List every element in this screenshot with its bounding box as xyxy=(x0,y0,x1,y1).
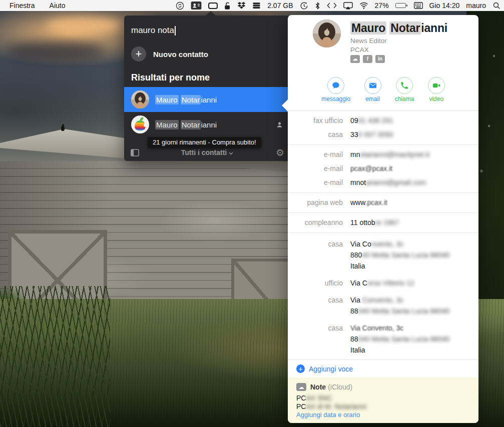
field-label: casa xyxy=(288,294,350,316)
contact-company: PCAX xyxy=(350,46,369,54)
contact-field-row: casaVia Convento, 3c88040 Motta Santa Lu… xyxy=(288,320,478,358)
action-email-button[interactable]: email xyxy=(364,74,381,110)
text-segment: Mauro xyxy=(155,95,179,104)
social-badges: ☁fin xyxy=(350,55,385,63)
field-label: casa xyxy=(288,322,350,356)
note-text[interactable]: PCAX SNCPCAX di M. Notarianni xyxy=(296,394,470,411)
field-label: pagina web xyxy=(288,197,350,208)
time-machine-icon[interactable] xyxy=(300,1,308,10)
field-value[interactable]: Via Convento, 3c88040 Motta Santa Lucia … xyxy=(350,322,478,356)
add-date-time-link[interactable]: Aggiungi data e orario xyxy=(296,411,360,418)
field-label: ufficio xyxy=(288,278,350,288)
contact-field-row: e-mailpcax@pcax.it xyxy=(288,162,478,176)
field-value[interactable]: mnotarianni@gmail.com xyxy=(350,177,478,188)
plus-icon: + xyxy=(131,46,146,62)
text-segment: orso Vittorio 12 xyxy=(367,279,414,287)
spotlight-search-icon[interactable] xyxy=(492,1,500,10)
menu-bar-clock[interactable]: Gio 14:20 xyxy=(429,2,460,10)
chat-bubble-icon xyxy=(327,77,344,94)
text-segment: arianni@gmail.com xyxy=(366,178,426,186)
chevron-down-icon xyxy=(229,148,233,156)
popup-notch xyxy=(206,11,216,16)
action-buttons: messaggioemailchiamavideo xyxy=(288,74,478,111)
note-section[interactable]: ☁ Note (iCloud) PCAX SNCPCAX di M. Notar… xyxy=(288,378,478,423)
contact-job-title: News Editor xyxy=(350,37,387,44)
text-segment: otarianni@macitynet.it xyxy=(360,150,429,158)
action-label: email xyxy=(365,96,380,102)
field-group: casaVia Convento, 3c88040 Motta Santa Lu… xyxy=(288,233,478,360)
contacts-filter-dropdown[interactable]: Tutti i contatti xyxy=(124,148,290,156)
text-segment: ianni xyxy=(201,120,217,129)
search-input[interactable]: mauro nota xyxy=(124,16,290,44)
display-icon[interactable] xyxy=(208,1,218,10)
text-segment: 88 xyxy=(350,307,358,315)
note-header: ☁ Note (iCloud) xyxy=(296,383,470,391)
facebook-icon[interactable]: f xyxy=(363,55,372,63)
new-contact-button[interactable]: + Nuovo contatto xyxy=(124,44,290,66)
card-left-notch xyxy=(282,100,288,112)
text-segment: Notar xyxy=(389,22,421,34)
airplay-icon[interactable] xyxy=(343,1,353,10)
text-segment: ianni xyxy=(421,22,447,34)
text-segment: PC xyxy=(296,394,306,402)
note-scope: (iCloud) xyxy=(328,383,352,391)
field-value[interactable]: 11 ottobre 1967 xyxy=(350,217,478,228)
contact-result-row[interactable]: Mauro Notarianni xyxy=(124,112,290,137)
contact-fields: fax ufficio0961 438 291casa330 007 0050e… xyxy=(288,111,478,360)
text-segment: Notar xyxy=(181,120,201,130)
text-segment: 88 xyxy=(350,335,358,343)
card-header: Mauro Notarianni News Editor PCAX ☁fin xyxy=(288,15,478,74)
menu-finestra[interactable]: Finestra xyxy=(10,2,35,10)
menu-bar-menus: Finestra Aiuto xyxy=(0,2,66,10)
field-label: casa xyxy=(288,129,350,140)
person-icon xyxy=(276,121,283,128)
field-value[interactable]: Via Convento, 3c88040 Motta Santa Lucia … xyxy=(350,238,478,272)
bluetooth-icon[interactable] xyxy=(315,1,320,10)
stack-icon[interactable] xyxy=(252,1,261,10)
field-value[interactable]: 0961 438 291 xyxy=(350,115,478,126)
field-value[interactable]: mnotarianni@macitynet.it xyxy=(350,149,478,160)
field-group: fax ufficio0961 438 291casa330 007 0050 xyxy=(288,111,478,145)
lock-open-icon[interactable] xyxy=(224,1,231,10)
text-segment: ianni xyxy=(201,96,217,104)
contact-field-row: compleanno11 ottobre 1967 xyxy=(288,216,478,230)
field-value[interactable]: www.pcax.it xyxy=(350,197,478,208)
memory-usage[interactable]: 2.07 GB xyxy=(267,2,293,10)
code-brackets-icon[interactable] xyxy=(327,1,337,10)
action-chiama-button[interactable]: chiama xyxy=(395,74,414,110)
contact-result-row[interactable]: Mauro Notarianni xyxy=(124,87,290,112)
video-camera-icon xyxy=(428,77,445,94)
apple-logo-avatar xyxy=(131,116,149,134)
text-segment: 61 438 291 xyxy=(358,116,393,124)
filter-label: Tutti i contatti xyxy=(181,148,227,156)
dropbox-icon[interactable] xyxy=(237,1,246,10)
search-input-value: mauro nota xyxy=(131,26,174,36)
keyboard-icon[interactable] xyxy=(414,1,423,10)
contacts-icon[interactable] xyxy=(191,1,202,10)
icloud-icon[interactable]: ☁ xyxy=(350,55,360,63)
field-value[interactable]: Via Corso Vittorio 12 xyxy=(350,278,478,288)
menu-aiuto[interactable]: Aiuto xyxy=(50,2,66,10)
text-segment: 40 Motta Santa Lucia 88040 xyxy=(362,251,449,259)
field-label: casa xyxy=(288,238,350,272)
field-value[interactable]: pcax@pcax.it xyxy=(350,163,478,174)
battery-icon[interactable] xyxy=(395,1,407,10)
text-segment: .pcax.it xyxy=(365,198,387,206)
action-video-button[interactable]: video xyxy=(428,74,445,110)
contact-field-row: casa330 007 0050 xyxy=(288,128,478,142)
text-segment: pcax@pcax.it xyxy=(350,164,392,172)
field-value[interactable]: 330 007 0050 xyxy=(350,129,478,140)
add-entry-button[interactable]: + Aggiungi voce xyxy=(288,360,478,378)
action-messaggio-button[interactable]: messaggio xyxy=(321,74,350,110)
contact-name: Mauro Notarianni xyxy=(155,120,217,129)
linkedin-icon[interactable]: in xyxy=(375,55,385,63)
menu-bar-user[interactable]: mauro xyxy=(466,2,486,10)
wifi-icon[interactable] xyxy=(359,1,368,10)
field-group: e-mailmnotarianni@macitynet.ite-mailpcax… xyxy=(288,145,478,193)
text-segment: re 1967 xyxy=(375,218,399,226)
text-segment: Notar xyxy=(181,95,201,104)
field-value[interactable]: Via Convento, 3c88040 Motta Santa Lucia … xyxy=(350,294,478,316)
sync-icon[interactable] xyxy=(176,1,184,10)
field-label: compleanno xyxy=(288,217,350,228)
results-header: Risultati per nome xyxy=(124,66,290,87)
